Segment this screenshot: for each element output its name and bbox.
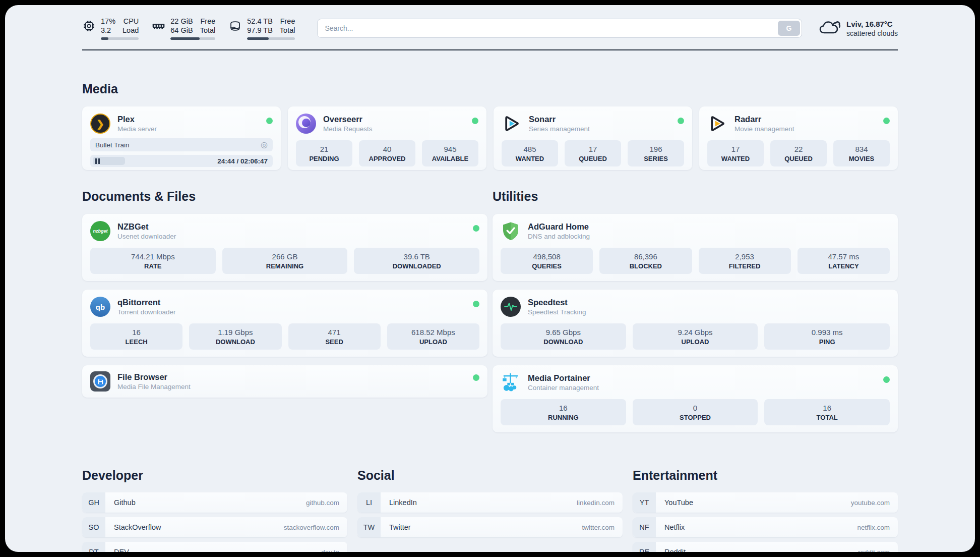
section-title-utilities: Utilities [493, 189, 898, 204]
bookmark-github[interactable]: GH Github github.com [82, 492, 347, 513]
filebrowser-card[interactable]: File Browser Media File Management [82, 365, 487, 398]
qbittorrent-card[interactable]: qb qBittorrent Torrent downloader 16 LEE… [82, 290, 487, 357]
stat-stopped: 0 STOPPED [633, 399, 758, 425]
overseerr-icon [296, 114, 316, 134]
cpu-load-label: Load [122, 26, 139, 35]
cpu-chip-icon [82, 17, 96, 35]
app-name: NZBGet [117, 222, 176, 232]
stat-queued: 22 QUEUED [770, 140, 827, 166]
stat-leech: 16 LEECH [90, 323, 182, 350]
hard-drive-icon [228, 17, 242, 35]
bookmarks-entertainment: Entertainment YT YouTube youtube.com NF … [633, 468, 898, 552]
bookmark-abbr: LI [357, 492, 381, 513]
app-name: AdGuard Home [528, 222, 590, 232]
stat-wanted: 17 WANTED [707, 140, 764, 166]
bookmark-name: Reddit [664, 548, 686, 552]
bookmark-abbr: NF [633, 517, 656, 537]
stat-upload: 618.52 Mbps UPLOAD [387, 323, 479, 350]
bookmark-name: LinkedIn [389, 498, 417, 507]
now-playing-bar: Bullet Train ◎ [90, 138, 273, 151]
bookmark-abbr: TW [357, 517, 381, 537]
stat-upload: 9.24 Gbps UPLOAD [633, 323, 758, 350]
cpu-widget: 17% 3.2 CPU Load [82, 17, 139, 40]
ram-icon [152, 17, 165, 35]
weather-condition: scattered clouds [846, 29, 898, 38]
app-description: DNS and adblocking [528, 233, 590, 240]
portainer-card[interactable]: Media Portainer Container management 16 … [493, 365, 898, 432]
bookmark-name: Netflix [664, 523, 685, 531]
bookmark-url: netflix.com [857, 524, 890, 531]
memory-widget: 22 GiB 64 GiB Free Total [152, 17, 215, 40]
playback-time: 24:44 / 02:06:47 [217, 157, 268, 165]
stat-download: 1.19 Gbps DOWNLOAD [189, 323, 281, 350]
app-name: Plex [117, 115, 157, 124]
bookmarks-developer: Developer GH Github github.com SO StackO… [82, 468, 347, 552]
media-card-row: ❯ Plex Media server Bullet Train ◎ 24:44… [82, 106, 898, 170]
weather-location: Lviv, 16.87°C [846, 19, 898, 29]
section-title-social: Social [357, 468, 623, 483]
cloud-icon [819, 19, 840, 38]
status-online-dot [883, 376, 890, 383]
bookmark-netflix[interactable]: NF Netflix netflix.com [633, 517, 898, 537]
bookmark-name: StackOverflow [114, 523, 161, 531]
stat-downloaded: 39.6 TB DOWNLOADED [354, 248, 479, 274]
bookmark-url: linkedin.com [577, 499, 615, 507]
utilities-column: Utilities AdGuard Home DNS and [493, 189, 898, 441]
adguard-card[interactable]: AdGuard Home DNS and adblocking 498,508 … [493, 214, 898, 281]
bookmark-name: YouTube [664, 498, 693, 507]
app-description: Usenet downloader [117, 233, 176, 240]
stat-pending: 21 PENDING [296, 140, 352, 166]
sonarr-icon [502, 114, 522, 134]
app-name: qBittorrent [117, 298, 176, 307]
search-engine-button[interactable]: G [778, 21, 800, 36]
bookmark-stackoverflow[interactable]: SO StackOverflow stackoverflow.com [82, 517, 347, 537]
radarr-icon [707, 114, 727, 134]
nzbget-icon: nzbget [90, 221, 110, 241]
cpu-progress-bar [101, 37, 139, 40]
app-name: Media Portainer [528, 373, 599, 383]
stat-download: 9.65 Gbps DOWNLOAD [501, 323, 626, 350]
stat-queued: 17 QUEUED [565, 140, 621, 166]
bookmark-linkedin[interactable]: LI LinkedIn linkedin.com [357, 492, 623, 513]
cpu-load-value: 3.2 [101, 26, 115, 35]
section-title-media: Media [82, 82, 898, 96]
section-title-documents: Documents & Files [82, 189, 487, 204]
bookmark-url: youtube.com [851, 499, 890, 507]
app-description: Media server [117, 125, 157, 133]
stat-rate: 744.21 Mbps RATE [90, 248, 216, 274]
stat-series: 196 SERIES [628, 140, 684, 166]
bookmark-url: twitter.com [582, 524, 615, 531]
filebrowser-icon [90, 371, 110, 392]
app-name: Radarr [734, 115, 794, 124]
radarr-card[interactable]: Radarr Movie management 17 WANTED 22 QUE… [699, 106, 898, 170]
stat-wanted: 485 WANTED [502, 140, 558, 166]
bookmark-youtube[interactable]: YT YouTube youtube.com [633, 492, 898, 513]
stat-available: 945 AVAILABLE [422, 140, 478, 166]
bookmark-twitter[interactable]: TW Twitter twitter.com [357, 517, 623, 537]
stat-movies: 834 MOVIES [833, 140, 890, 166]
speedtest-card[interactable]: Speedtest Speedtest Tracking 9.65 Gbps D… [493, 290, 898, 357]
app-description: Torrent downloader [117, 308, 176, 316]
bookmark-abbr: DT [82, 542, 105, 552]
app-description: Series management [529, 125, 590, 133]
section-title-developer: Developer [82, 468, 347, 483]
now-playing-title: Bullet Train [95, 141, 130, 149]
bookmark-dev[interactable]: DT DEV dev.to [82, 542, 347, 552]
disk-free-value: 52.4 TB [247, 17, 273, 26]
nzbget-card[interactable]: nzbget NZBGet Usenet downloader 744.21 M… [82, 214, 487, 281]
dashboard-page: 17% 3.2 CPU Load [5, 5, 975, 552]
bookmark-url: github.com [306, 499, 339, 507]
overseerr-card[interactable]: Overseerr Media Requests 21 PENDING 40 A… [288, 106, 486, 170]
app-description: Container management [528, 384, 599, 392]
playback-progress-bar: 24:44 / 02:06:47 [90, 155, 273, 167]
plex-card[interactable]: ❯ Plex Media server Bullet Train ◎ 24:44… [82, 106, 281, 170]
stat-running: 16 RUNNING [501, 399, 626, 425]
bookmark-name: Github [114, 498, 136, 507]
disk-progress-bar [247, 37, 295, 40]
search-input[interactable] [317, 19, 802, 38]
bookmark-reddit[interactable]: RE Reddit reddit.com [633, 542, 898, 552]
status-online-dot [472, 118, 478, 124]
sonarr-card[interactable]: Sonarr Series management 485 WANTED 17 Q… [494, 106, 692, 170]
header-divider [82, 49, 898, 50]
status-online-dot [473, 301, 479, 307]
